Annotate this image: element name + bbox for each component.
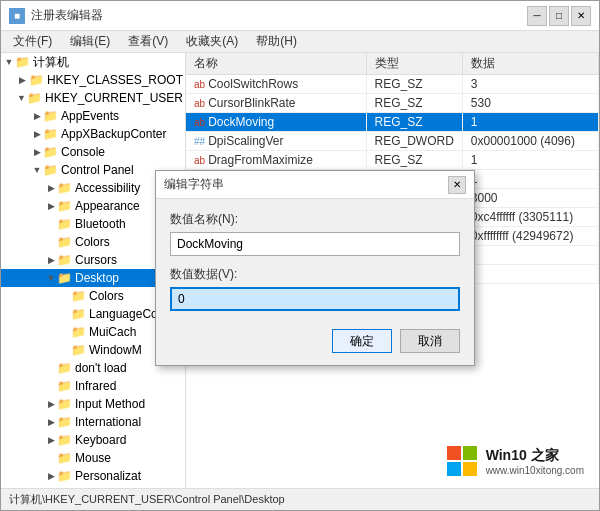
tree-item-label: Bluetooth (75, 217, 126, 231)
svg-rect-3 (463, 462, 477, 476)
title-bar: ■ 注册表编辑器 ─ □ ✕ (1, 1, 599, 31)
cancel-button[interactable]: 取消 (400, 329, 460, 353)
dialog-title-bar: 编辑字符串 ✕ (156, 171, 474, 199)
tree-item-mouse[interactable]: 📁 Mouse (1, 449, 185, 467)
folder-icon: 📁 (57, 235, 72, 249)
tree-arrow-icon: ▶ (17, 75, 29, 85)
tree-item-label: International (75, 415, 141, 429)
tree-item-appxbackup[interactable]: ▶ 📁 AppXBackupConter (1, 125, 185, 143)
tree-item-console[interactable]: ▶ 📁 Console (1, 143, 185, 161)
tree-item-label: 计算机 (33, 54, 69, 71)
brand-url: www.win10xitong.com (486, 465, 584, 476)
windows-logo-icon (446, 445, 478, 477)
tree-arrow-icon: ▼ (16, 93, 27, 103)
tree-item-label: Input Method (75, 397, 145, 411)
dialog-title: 编辑字符串 (164, 176, 224, 193)
minimize-button[interactable]: ─ (527, 6, 547, 26)
ok-button[interactable]: 确定 (332, 329, 392, 353)
title-bar-left: ■ 注册表编辑器 (9, 7, 103, 24)
folder-icon: 📁 (43, 163, 58, 177)
cell-data: 1 (462, 170, 598, 189)
table-row[interactable]: ##DpiScalingVer REG_DWORD 0x00001000 (40… (186, 132, 599, 151)
tree-item-label: MuiCach (89, 325, 136, 339)
tree-arrow-icon: ▶ (31, 111, 43, 121)
tree-item-appevents[interactable]: ▶ 📁 AppEvents (1, 107, 185, 125)
tree-item-label: Infrared (75, 379, 116, 393)
dialog-close-button[interactable]: ✕ (448, 176, 466, 194)
menu-edit[interactable]: 编辑(E) (62, 31, 118, 52)
tree-arrow-icon: ▶ (45, 417, 57, 427)
cell-type: REG_DWORD (366, 132, 462, 151)
tree-item-label: Cursors (75, 253, 117, 267)
brand-name: Win10 之家 (486, 446, 584, 464)
tree-item-label: LanguageCon (89, 307, 164, 321)
cell-data (462, 246, 598, 265)
col-data[interactable]: 数据 (462, 53, 598, 75)
tree-arrow-icon: ▶ (45, 471, 57, 481)
svg-rect-1 (463, 446, 477, 460)
folder-icon: 📁 (57, 199, 72, 213)
table-row[interactable]: abDockMoving REG_SZ 1 (186, 113, 599, 132)
tree-arrow-icon: ▶ (45, 201, 57, 211)
status-bar: 计算机\HKEY_CURRENT_USER\Control Panel\Desk… (1, 488, 599, 510)
tree-arrow-icon: ▼ (45, 273, 57, 283)
cell-data (462, 265, 598, 284)
folder-icon: 📁 (27, 91, 42, 105)
menu-help[interactable]: 帮助(H) (248, 31, 305, 52)
folder-icon: 📁 (57, 451, 72, 465)
close-button[interactable]: ✕ (571, 6, 591, 26)
app-icon: ■ (9, 8, 25, 24)
tree-item-label: Mouse (75, 451, 111, 465)
main-window: ■ 注册表编辑器 ─ □ ✕ 文件(F) 编辑(E) 查看(V) 收藏夹(A) … (0, 0, 600, 511)
folder-icon: 📁 (43, 145, 58, 159)
folder-icon: 📁 (57, 469, 72, 483)
menu-file[interactable]: 文件(F) (5, 31, 60, 52)
table-row[interactable]: abCursorBlinkRate REG_SZ 530 (186, 94, 599, 113)
data-label: 数值数据(V): (170, 266, 460, 283)
table-row[interactable]: abCoolSwitchRows REG_SZ 3 (186, 75, 599, 94)
col-name[interactable]: 名称 (186, 53, 366, 75)
tree-item-label: Console (61, 145, 105, 159)
tree-arrow-icon: ▼ (3, 57, 15, 67)
tree-arrow-icon: ▶ (45, 435, 57, 445)
tree-item-label: Keyboard (75, 433, 126, 447)
tree-item-label: HKEY_CURRENT_USER (45, 91, 183, 105)
tree-item-international[interactable]: ▶ 📁 International (1, 413, 185, 431)
tree-item-label: Desktop (75, 271, 119, 285)
folder-icon: 📁 (71, 343, 86, 357)
tree-item-hkey_current_user[interactable]: ▼ 📁 HKEY_CURRENT_USER (1, 89, 185, 107)
data-input[interactable] (170, 287, 460, 311)
tree-item-inputmethod[interactable]: ▶ 📁 Input Method (1, 395, 185, 413)
svg-rect-2 (447, 462, 461, 476)
tree-item-label: don't load (75, 361, 127, 375)
menu-favorites[interactable]: 收藏夹(A) (178, 31, 246, 52)
dialog-body: 数值名称(N): 数值数据(V): 确定 取消 (156, 199, 474, 365)
tree-arrow-icon: ▶ (45, 255, 57, 265)
tree-item-keyboard[interactable]: ▶ 📁 Keyboard (1, 431, 185, 449)
menu-view[interactable]: 查看(V) (120, 31, 176, 52)
tree-item-hkey_classes_root[interactable]: ▶ 📁 HKEY_CLASSES_ROOT (1, 71, 185, 89)
cell-data: 0xc4ffffff (3305111) (462, 208, 598, 227)
maximize-button[interactable]: □ (549, 6, 569, 26)
tree-item-label: WindowM (89, 343, 142, 357)
tree-item-computer[interactable]: ▼ 📁 计算机 (1, 53, 185, 71)
cell-type: REG_SZ (366, 113, 462, 132)
cell-data: 1 (462, 113, 598, 132)
folder-icon: 📁 (57, 415, 72, 429)
tree-item-label: Appearance (75, 199, 140, 213)
folder-icon: 📁 (57, 271, 72, 285)
folder-icon: 📁 (57, 253, 72, 267)
name-input[interactable] (170, 232, 460, 256)
tree-item-label: AppEvents (61, 109, 119, 123)
cell-name: abDragFromMaximize (186, 151, 366, 170)
col-type[interactable]: 类型 (366, 53, 462, 75)
folder-icon: 📁 (43, 127, 58, 141)
tree-item-infrared[interactable]: 📁 Infrared (1, 377, 185, 395)
table-row[interactable]: abDragFromMaximize REG_SZ 1 (186, 151, 599, 170)
folder-icon: 📁 (57, 397, 72, 411)
tree-item-personalization[interactable]: ▶ 📁 Personalizat (1, 467, 185, 485)
folder-icon: 📁 (29, 73, 44, 87)
cell-name: abCursorBlinkRate (186, 94, 366, 113)
edit-string-dialog: 编辑字符串 ✕ 数值名称(N): 数值数据(V): 确定 取消 (155, 170, 475, 366)
cell-type: REG_SZ (366, 94, 462, 113)
